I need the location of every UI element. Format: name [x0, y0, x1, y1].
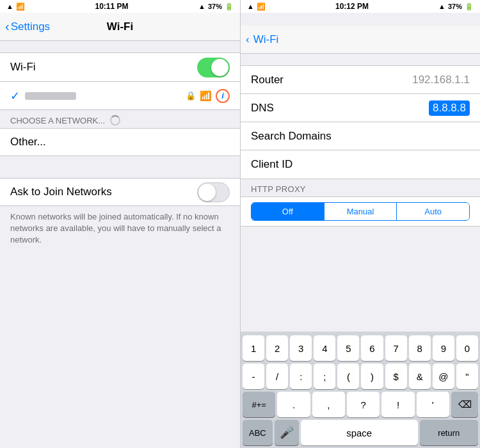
other-row[interactable]: Other...: [0, 128, 240, 156]
client-id-row[interactable]: Client ID: [241, 150, 480, 179]
key-9[interactable]: 9: [433, 335, 454, 361]
ask-join-toggle[interactable]: [197, 182, 230, 202]
wifi-strength-icon: 📶: [200, 90, 212, 102]
key-2[interactable]: 2: [266, 335, 288, 361]
dns-label: DNS: [251, 102, 274, 115]
delete-key[interactable]: ⌫: [451, 392, 478, 417]
key-exclaim[interactable]: !: [381, 392, 414, 417]
right-wifi-icon: 📶: [257, 3, 266, 11]
key-slash[interactable]: /: [266, 364, 288, 389]
key-abc[interactable]: ABC: [243, 420, 273, 445]
key-at[interactable]: @: [433, 364, 454, 389]
checkmark-icon: ✓: [10, 89, 20, 103]
search-domains-label: Search Domains: [251, 130, 332, 143]
key-ampersand[interactable]: &: [409, 364, 431, 389]
back-label: Settings: [11, 20, 50, 33]
ask-join-description: Known networks will be joined automatica…: [0, 206, 240, 252]
key-5[interactable]: 5: [337, 335, 359, 361]
key-colon[interactable]: :: [290, 364, 312, 389]
key-7[interactable]: 7: [385, 335, 407, 361]
key-comma[interactable]: ,: [312, 392, 345, 417]
page-title: Wi-Fi: [107, 20, 133, 33]
key-space[interactable]: space: [301, 420, 418, 445]
right-status-time: 10:12 PM: [335, 2, 369, 11]
key-lparen[interactable]: (: [337, 364, 359, 389]
key-dollar[interactable]: $: [385, 364, 407, 389]
key-1[interactable]: 1: [243, 335, 264, 361]
key-dash[interactable]: -: [243, 364, 264, 389]
key-semicolon[interactable]: ;: [314, 364, 335, 389]
right-back-chevron-icon: ‹: [246, 33, 250, 46]
key-period[interactable]: .: [277, 392, 310, 417]
right-status-right: ▲ 37% 🔋: [438, 3, 474, 11]
back-chevron-icon: ‹: [5, 19, 10, 34]
keyboard: 1 2 3 4 5 6 7 8 9 0 - / : ; ( ) $ & @ " …: [241, 332, 480, 448]
choose-network-header: CHOOSE A NETWORK...: [0, 110, 240, 128]
ask-join-row: Ask to Join Networks: [0, 178, 240, 206]
ask-join-toggle-knob: [198, 184, 216, 201]
right-panel: ▲ 📶 10:12 PM ▲ 37% 🔋 ‹ Wi-Fi Router 192.…: [240, 0, 480, 448]
toggle-knob: [211, 59, 228, 76]
key-apostrophe[interactable]: ': [417, 392, 449, 417]
left-status-bar: ▲ 📶 10:11 PM ▲ 37% 🔋: [0, 0, 240, 13]
choose-network-label: CHOOSE A NETWORK...: [10, 116, 105, 125]
key-quote[interactable]: ": [456, 364, 478, 389]
ask-join-label: Ask to Join Networks: [10, 186, 112, 198]
router-value: 192.168.1.1: [412, 74, 470, 86]
key-rparen[interactable]: ): [361, 364, 383, 389]
proxy-manual-button[interactable]: Manual: [324, 203, 397, 220]
network-row[interactable]: ✓ 🔒 📶 i: [0, 81, 240, 109]
wifi-section: Wi-Fi ✓ 🔒 📶 i: [0, 52, 240, 110]
mic-key[interactable]: 🎤: [275, 420, 299, 445]
proxy-segmented-control[interactable]: Off Manual Auto: [251, 202, 470, 221]
key-6[interactable]: 6: [361, 335, 383, 361]
right-status-bar: ▲ 📶 10:12 PM ▲ 37% 🔋: [241, 0, 480, 13]
proxy-section: Off Manual Auto: [241, 196, 480, 227]
proxy-auto-button[interactable]: Auto: [397, 203, 469, 220]
client-id-label: Client ID: [251, 158, 292, 171]
other-label: Other...: [10, 136, 46, 148]
battery-percent: 37%: [208, 3, 222, 10]
location-icon: ▲: [198, 3, 205, 10]
dns-value[interactable]: 8.8.8.8: [429, 100, 470, 116]
lock-icon: 🔒: [186, 91, 196, 100]
right-status-left: ▲ 📶: [247, 3, 266, 11]
left-status-left: ▲ 📶: [6, 3, 25, 11]
key-4[interactable]: 4: [314, 335, 335, 361]
wifi-icon: 📶: [16, 3, 25, 11]
key-symbols[interactable]: #+=: [243, 392, 275, 417]
wifi-toggle-row: Wi-Fi: [0, 53, 240, 81]
http-proxy-header: HTTP PROXY: [241, 179, 480, 196]
wifi-toggle[interactable]: [197, 58, 230, 77]
key-return[interactable]: return: [420, 420, 478, 445]
proxy-off-button[interactable]: Off: [252, 203, 324, 220]
wifi-signal-icon: ▲: [6, 3, 13, 10]
right-battery-percent: 37%: [448, 3, 462, 10]
router-row: Router 192.168.1.1: [241, 66, 480, 94]
key-8[interactable]: 8: [409, 335, 431, 361]
right-battery-icon: 🔋: [465, 3, 474, 11]
info-icon-label: i: [221, 91, 224, 100]
dns-row: DNS 8.8.8.8: [241, 94, 480, 122]
left-status-time: 10:11 PM: [95, 2, 128, 11]
left-status-right: ▲ 37% 🔋: [198, 3, 234, 11]
ask-join-section: Ask to Join Networks Known networks will…: [0, 178, 240, 252]
key-3[interactable]: 3: [290, 335, 312, 361]
key-0[interactable]: 0: [456, 335, 478, 361]
keyboard-number-row: 1 2 3 4 5 6 7 8 9 0: [241, 332, 480, 364]
right-back-button[interactable]: ‹: [246, 33, 250, 46]
keyboard-bottom-row: ABC 🎤 space return: [241, 420, 480, 448]
info-section: Router 192.168.1.1 DNS 8.8.8.8 Search Do…: [241, 65, 480, 179]
loading-spinner: [110, 115, 120, 125]
network-icons: 🔒 📶 i: [186, 89, 230, 103]
search-domains-row[interactable]: Search Domains: [241, 122, 480, 150]
left-panel: ▲ 📶 10:11 PM ▲ 37% 🔋 ‹ Settings Wi-Fi Wi…: [0, 0, 240, 448]
network-name-bar: [25, 92, 76, 100]
key-question[interactable]: ?: [347, 392, 380, 417]
network-left: ✓: [10, 89, 76, 103]
info-button[interactable]: i: [216, 89, 230, 103]
keyboard-sym-row2: #+= . , ? ! ' ⌫: [241, 392, 480, 420]
right-back-label: Wi-Fi: [253, 33, 279, 46]
battery-icon: 🔋: [225, 3, 234, 11]
back-button[interactable]: ‹ Settings: [5, 19, 50, 34]
